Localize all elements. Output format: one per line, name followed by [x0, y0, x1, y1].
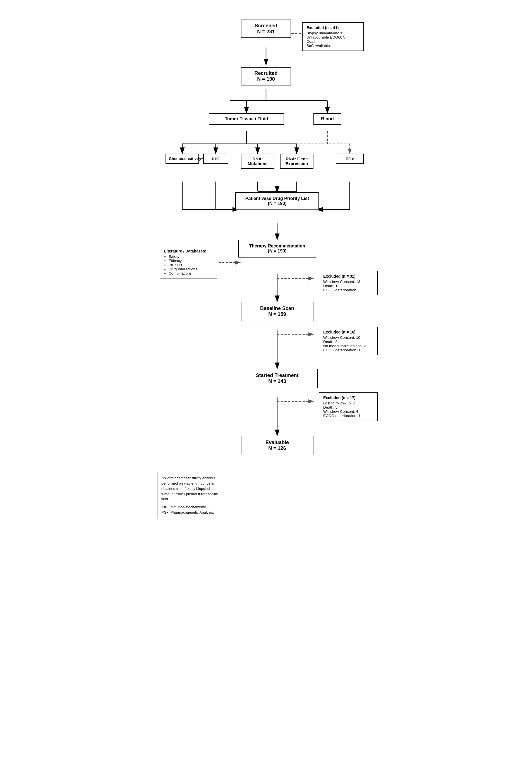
started-box: Started Treatment N = 143 — [237, 369, 318, 388]
blood-label: Blood — [318, 117, 337, 122]
tumor-box: Tumor Tissue / Fluid — [209, 113, 284, 125]
excluded3-title: Excluded (n = 16) — [323, 330, 374, 334]
started-line2: N = 143 — [241, 379, 313, 384]
tumor-label: Tumor Tissue / Fluid — [213, 117, 280, 122]
chemo-box: Chemosensitivity* — [165, 154, 199, 164]
recruited-box: Recruited N = 190 — [241, 67, 291, 86]
chemo-label: Chemosensitivity* — [169, 156, 196, 161]
evaluable-box: Evaluable N = 126 — [241, 436, 314, 455]
excluded2-title: Excluded (n = 31) — [323, 274, 374, 279]
excluded2-item2: ECOG deterioration: 5 — [323, 288, 374, 292]
excluded3-box: Excluded (n = 16) Withdrew Consent: 10 D… — [319, 327, 378, 355]
excluded1-title: Excluded (n = 41) — [307, 25, 360, 30]
lit-item3: Drug Interactions — [168, 267, 213, 271]
therapy-line1: Therapy Recommendation — [243, 244, 312, 249]
footnote-text3: PGx: Pharmacogenetic Analysis. — [161, 510, 220, 515]
rna-line2: Expression — [283, 161, 310, 166]
literature-box: Literature / Databases: Safety Efficacy … — [160, 246, 217, 279]
lit-item0: Safety — [168, 255, 213, 259]
excluded4-item0: Lost to follow-up: 7 — [323, 401, 374, 405]
footnote-text2: IHC: Immunohistochemistry, — [161, 505, 220, 510]
dna-line2: Mutations — [244, 161, 271, 166]
excluded4-box: Excluded (n = 17) Lost to follow-up: 7 D… — [319, 392, 378, 421]
pgx-label: PGx — [339, 156, 360, 161]
blood-box: Blood — [314, 113, 341, 125]
excluded3-item3: ECOG deterioration: 1 — [323, 348, 374, 352]
excluded4-title: Excluded (n = 17) — [323, 395, 374, 400]
screened-box: Screened N = 231 — [241, 20, 291, 38]
recruited-label: Recruited — [246, 70, 286, 76]
excluded2-item0: Withdrew Consent: 13 — [323, 280, 374, 284]
excluded4-item2: Withdrew Consent: 4 — [323, 409, 374, 413]
rna-line1: RNA: Gene — [283, 156, 310, 161]
footnote-text1: *In vitro chemosensitivity analysis perf… — [161, 476, 220, 502]
therapy-box: Therapy Recommendation (N = 190) — [238, 240, 316, 258]
ihc-box: IHC — [203, 154, 228, 164]
therapy-line2: (N = 190) — [243, 249, 312, 254]
drug-priority-box: Patient-wise Drug Priority List (N = 190… — [235, 192, 319, 210]
evaluable-line1: Evaluable — [245, 439, 309, 445]
started-line1: Started Treatment — [241, 373, 313, 379]
excluded2-box: Excluded (n = 31) Withdrew Consent: 13 D… — [319, 271, 378, 295]
excluded1-item2: Death : 4 — [307, 39, 360, 44]
screened-n: N = 231 — [246, 29, 286, 35]
baseline-line2: N = 159 — [245, 312, 309, 317]
rna-box: RNA: Gene Expression — [280, 154, 314, 169]
dna-box: DNA: Mutations — [241, 154, 274, 169]
drug-priority-line1: Patient-wise Drug Priority List — [240, 196, 315, 201]
diagram: Screened N = 231 Excluded (n = 41) Biops… — [154, 11, 378, 737]
dna-line1: DNA: — [244, 156, 271, 161]
lit-item4: Combinations — [168, 271, 213, 276]
drug-priority-line2: (N = 190) — [240, 201, 315, 206]
excluded3-item1: Death: 3 — [323, 340, 374, 344]
flowchart-container: Screened N = 231 Excluded (n = 41) Biops… — [146, 11, 386, 737]
excluded1-item0: Biopsy unavailable: 31 — [307, 31, 360, 35]
excluded1-item3: SoC Available: 1 — [307, 44, 360, 48]
evaluable-line2: N = 126 — [245, 445, 309, 451]
lit-title: Literature / Databases: — [164, 249, 213, 253]
excluded1-item1: Unfavourable ECOG: 5 — [307, 35, 360, 39]
screened-label: Screened — [246, 23, 286, 29]
recruited-n: N = 190 — [246, 76, 286, 82]
lit-item1: Efficacy — [168, 259, 213, 263]
excluded1-box: Excluded (n = 41) Biopsy unavailable: 31… — [302, 22, 364, 51]
excluded4-item1: Death: 5 — [323, 405, 374, 409]
footnote-box: *In vitro chemosensitivity analysis perf… — [157, 472, 224, 519]
pgx-box: PGx — [336, 154, 364, 164]
baseline-box: Baseline Scan N = 159 — [241, 302, 314, 321]
baseline-line1: Baseline Scan — [245, 306, 309, 312]
excluded3-item0: Withdrew Consent: 10 — [323, 336, 374, 340]
lit-item2: PK / PD — [168, 263, 213, 267]
excluded4-item3: ECOG deterioration: 1 — [323, 413, 374, 418]
excluded2-item1: Death: 13 — [323, 284, 374, 288]
ihc-label: IHC — [206, 156, 225, 161]
excluded3-item2: No measurable lesions: 2 — [323, 344, 374, 348]
